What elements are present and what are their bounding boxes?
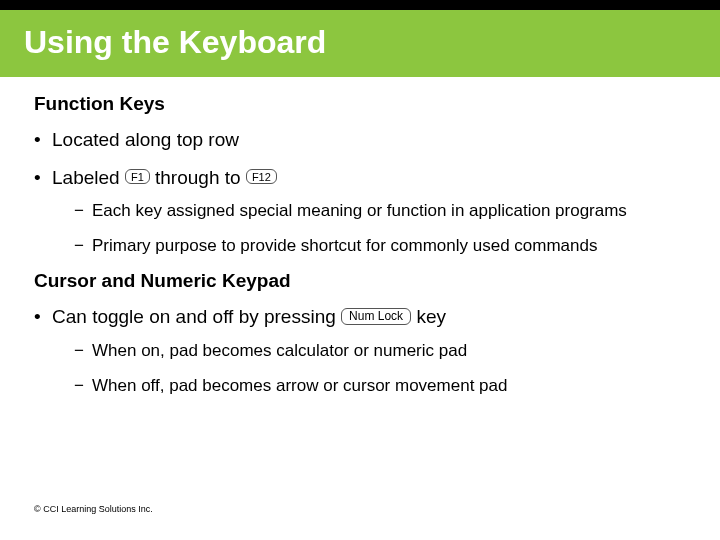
keycap-numlock: Num Lock: [341, 308, 411, 325]
sub-bullet-item: When on, pad becomes calculator or numer…: [52, 340, 686, 363]
bullet-item: Can toggle on and off by pressing Num Lo…: [34, 304, 686, 398]
sub-bullet-text: When off, pad becomes arrow or cursor mo…: [92, 376, 507, 395]
sub-bullet-item: When off, pad becomes arrow or cursor mo…: [52, 375, 686, 398]
slide-content: Function Keys Located along top row Labe…: [0, 75, 720, 398]
bullet-text: Located along top row: [52, 129, 239, 150]
bullet-text-suffix: key: [411, 306, 446, 327]
sub-bullet-text: Primary purpose to provide shortcut for …: [92, 236, 597, 255]
banner-top-strip: [0, 0, 720, 10]
keycap-f1: F1: [125, 169, 150, 184]
bullet-item: Located along top row: [34, 127, 686, 153]
section-heading-cursor-numeric: Cursor and Numeric Keypad: [34, 270, 686, 292]
sub-bullet-item: Each key assigned special meaning or fun…: [52, 200, 686, 223]
bullet-text-prefix: Can toggle on and off by pressing: [52, 306, 341, 327]
sub-bullet-list: Each key assigned special meaning or fun…: [52, 200, 686, 258]
bullet-list-cursor-numeric: Can toggle on and off by pressing Num Lo…: [34, 304, 686, 398]
keycap-f12: F12: [246, 169, 277, 184]
sub-bullet-text: When on, pad becomes calculator or numer…: [92, 341, 467, 360]
slide-title: Using the Keyboard: [0, 10, 720, 77]
bullet-item: Labeled F1 through to F12 Each key assig…: [34, 165, 686, 259]
bullet-list-function-keys: Located along top row Labeled F1 through…: [34, 127, 686, 258]
sub-bullet-text: Each key assigned special meaning or fun…: [92, 201, 627, 220]
title-banner: Using the Keyboard: [0, 0, 720, 77]
sub-bullet-list: When on, pad becomes calculator or numer…: [52, 340, 686, 398]
copyright-footer: © CCI Learning Solutions Inc.: [34, 504, 153, 514]
bullet-text-prefix: Labeled: [52, 167, 125, 188]
sub-bullet-item: Primary purpose to provide shortcut for …: [52, 235, 686, 258]
bullet-text-mid: through to: [150, 167, 246, 188]
section-heading-function-keys: Function Keys: [34, 93, 686, 115]
